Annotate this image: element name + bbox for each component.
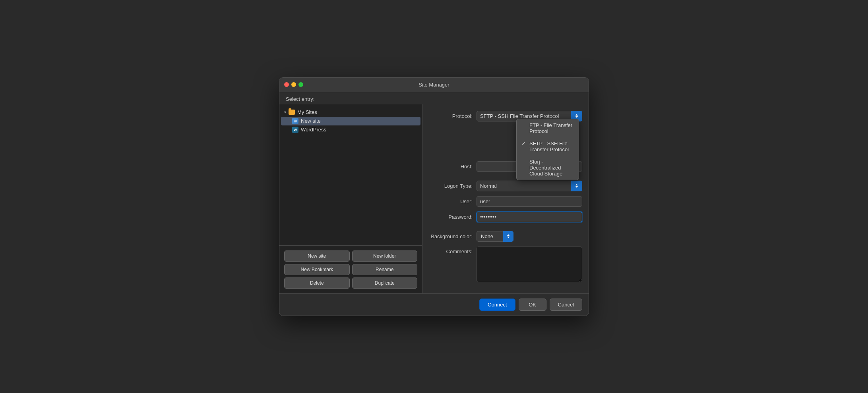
titlebar: Site Manager: [279, 78, 589, 92]
close-button[interactable]: [284, 82, 289, 87]
site-manager-window: Site Manager Select entry: ▾ My Sites: [279, 77, 589, 316]
left-panel: ▾ My Sites ⊞ New site W WordPress: [279, 104, 422, 293]
password-row: Password:: [429, 212, 582, 222]
folder-label: My Sites: [297, 109, 317, 115]
comments-row: Comments:: [429, 247, 582, 282]
traffic-lights: [284, 82, 303, 87]
new-site-button[interactable]: New site: [284, 250, 350, 262]
site-icon-new-site: ⊞: [292, 118, 298, 124]
dropdown-item-ftp-label: FTP - File Transfer Protocol: [529, 122, 572, 134]
tree-item-new-site[interactable]: ⊞ New site: [281, 117, 420, 125]
delete-button[interactable]: Delete: [284, 277, 350, 289]
footer-buttons: Connect OK Cancel: [279, 293, 589, 316]
tree-item-label-new-site: New site: [301, 118, 321, 124]
main-content: ▾ My Sites ⊞ New site W WordPress: [279, 104, 589, 293]
protocol-row: Protocol: FTP - File Transfer Protocol S…: [429, 111, 582, 121]
ok-button[interactable]: OK: [519, 299, 546, 311]
rename-button[interactable]: Rename: [352, 264, 418, 275]
dropdown-item-sftp[interactable]: SFTP - SSH File Transfer Protocol: [517, 137, 579, 156]
tree-folder-my-sites[interactable]: ▾ My Sites: [279, 108, 422, 117]
protocol-dropdown: FTP - File Transfer Protocol SFTP - SSH …: [516, 119, 579, 180]
logon-type-label: Logon Type:: [429, 183, 477, 189]
host-label: Host:: [429, 164, 477, 170]
window-title: Site Manager: [418, 82, 449, 88]
user-input[interactable]: [477, 196, 582, 207]
logon-type-select-wrapper: Normal Anonymous Ask for password Intera…: [477, 181, 582, 191]
window-body: Select entry: ▾ My Sites ⊞ New site: [279, 92, 589, 316]
bg-color-label: Background color:: [429, 233, 477, 239]
bg-color-select-wrapper: None Red Green Blue Yellow Cyan Magenta: [477, 231, 513, 242]
logon-type-select[interactable]: Normal Anonymous Ask for password Intera…: [477, 181, 582, 191]
new-folder-button[interactable]: New folder: [352, 250, 418, 262]
user-label: User:: [429, 198, 477, 204]
dropdown-item-storj-label: Storj - Decentralized Cloud Storage: [529, 159, 562, 177]
tree-area: ▾ My Sites ⊞ New site W WordPress: [279, 104, 422, 245]
user-row: User:: [429, 196, 582, 207]
right-panel: Protocol: FTP - File Transfer Protocol S…: [422, 104, 589, 293]
tree-item-wordpress[interactable]: W WordPress: [279, 125, 422, 134]
dropdown-item-ftp[interactable]: FTP - File Transfer Protocol: [517, 119, 579, 137]
protocol-select-wrapper: FTP - File Transfer Protocol SFTP - SSH …: [477, 111, 582, 121]
comments-label: Comments:: [429, 247, 477, 254]
select-entry-label: Select entry:: [286, 96, 314, 102]
comments-textarea[interactable]: [477, 247, 582, 282]
connect-button[interactable]: Connect: [479, 299, 515, 311]
top-bar: Select entry:: [279, 92, 589, 104]
bg-color-select[interactable]: None Red Green Blue Yellow Cyan Magenta: [477, 231, 513, 242]
protocol-label: Protocol:: [429, 113, 477, 119]
tree-item-label-wordpress: WordPress: [301, 127, 326, 133]
dropdown-item-sftp-label: SFTP - SSH File Transfer Protocol: [529, 141, 569, 152]
logon-type-row: Logon Type: Normal Anonymous Ask for pas…: [429, 181, 582, 191]
chevron-down-icon: ▾: [284, 110, 286, 114]
site-icon-wordpress: W: [292, 127, 298, 133]
folder-icon: [289, 110, 295, 115]
bottom-buttons: New site New folder New Bookmark Rename …: [279, 245, 422, 293]
bg-color-row: Background color: None Red Green Blue Ye…: [429, 231, 582, 242]
minimize-button[interactable]: [291, 82, 296, 87]
new-bookmark-button[interactable]: New Bookmark: [284, 264, 350, 275]
password-label: Password:: [429, 214, 477, 220]
duplicate-button[interactable]: Duplicate: [352, 277, 418, 289]
dropdown-item-storj[interactable]: Storj - Decentralized Cloud Storage: [517, 156, 579, 180]
password-input[interactable]: [477, 212, 582, 222]
cancel-button[interactable]: Cancel: [550, 299, 582, 311]
maximize-button[interactable]: [298, 82, 303, 87]
